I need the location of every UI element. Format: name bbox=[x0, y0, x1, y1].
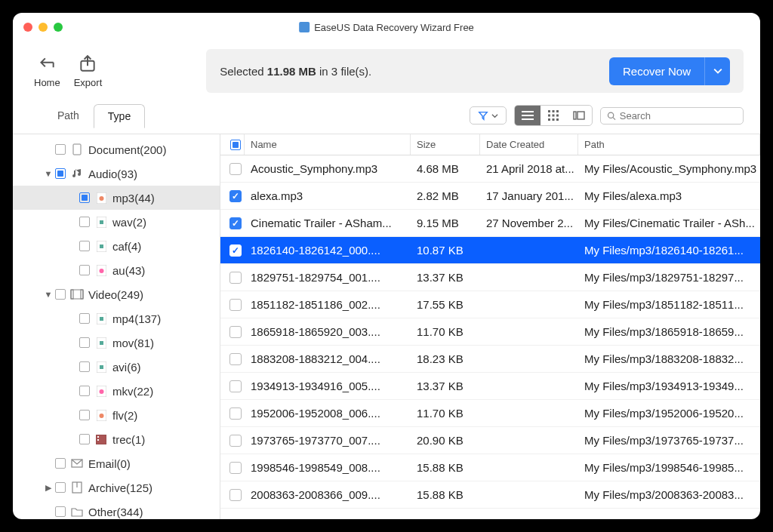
svg-point-35 bbox=[99, 389, 103, 394]
tree-checkbox[interactable] bbox=[55, 144, 66, 155]
sidebar-item[interactable]: wav(2) bbox=[13, 210, 220, 234]
row-checkbox[interactable] bbox=[229, 462, 242, 474]
sidebar-item[interactable]: mkv(22) bbox=[13, 379, 220, 403]
sidebar-item[interactable]: au(43) bbox=[13, 258, 220, 282]
sidebar-item[interactable]: mp3(44) bbox=[13, 186, 220, 210]
svg-rect-13 bbox=[574, 112, 576, 119]
sidebar-item[interactable]: avi(6) bbox=[13, 355, 220, 379]
table-row[interactable]: 1829751-1829754_001....13.37 KBMy Files/… bbox=[220, 264, 760, 291]
view-list-button[interactable] bbox=[515, 106, 540, 125]
disclosure-arrow-icon[interactable]: ▼ bbox=[43, 169, 54, 178]
home-button[interactable]: Home bbox=[34, 54, 60, 88]
file-name: 1952006-1952008_006.... bbox=[245, 407, 411, 420]
tab-type[interactable]: Type bbox=[94, 104, 145, 128]
search-box[interactable] bbox=[600, 107, 744, 125]
export-button[interactable]: Export bbox=[74, 54, 103, 88]
sidebar-item[interactable]: Email(0) bbox=[13, 451, 220, 475]
view-grid-button[interactable] bbox=[540, 106, 566, 125]
sidebar-item[interactable]: Document(200) bbox=[13, 137, 220, 161]
svg-rect-5 bbox=[553, 110, 555, 112]
file-path: My Files/mp3/1934913-19349... bbox=[578, 380, 760, 392]
tree-checkbox[interactable] bbox=[79, 265, 90, 275]
svg-rect-11 bbox=[553, 118, 555, 121]
tree-label: mov(81) bbox=[112, 337, 154, 349]
column-date[interactable]: Date Created bbox=[480, 134, 578, 155]
table-row[interactable]: 1934913-1934916_005....13.37 KBMy Files/… bbox=[220, 373, 760, 400]
window-close-button[interactable] bbox=[23, 23, 32, 32]
sidebar-item[interactable]: ▶Archive(125) bbox=[13, 475, 220, 500]
tree-checkbox[interactable] bbox=[79, 241, 90, 251]
tree-checkbox[interactable] bbox=[79, 434, 90, 444]
tree-checkbox[interactable] bbox=[79, 361, 90, 372]
row-checkbox[interactable] bbox=[229, 326, 242, 338]
file-path: My Files/mp3/1998546-19985... bbox=[578, 461, 760, 474]
row-checkbox[interactable] bbox=[229, 272, 242, 284]
table-row[interactable]: 1973765-1973770_007....20.90 KBMy Files/… bbox=[220, 427, 760, 454]
table-row[interactable]: Acoustic_Symphony.mp34.68 MB21 April 201… bbox=[220, 155, 760, 183]
sidebar-item[interactable]: caf(4) bbox=[13, 234, 220, 258]
sidebar-tree[interactable]: Document(200)▼Audio(93)mp3(44)wav(2)caf(… bbox=[13, 134, 220, 519]
tree-checkbox[interactable] bbox=[55, 506, 66, 517]
row-checkbox[interactable] bbox=[229, 244, 242, 257]
table-row[interactable]: alexa.mp32.82 MB17 January 201...My File… bbox=[220, 183, 760, 210]
column-name[interactable]: Name bbox=[245, 134, 411, 155]
table-row[interactable]: 1851182-1851186_002....17.55 KBMy Files/… bbox=[220, 291, 760, 318]
search-input[interactable] bbox=[620, 110, 737, 121]
tree-checkbox[interactable] bbox=[79, 313, 90, 324]
tree-checkbox[interactable] bbox=[79, 337, 90, 348]
file-list[interactable]: Acoustic_Symphony.mp34.68 MB21 April 201… bbox=[220, 155, 760, 519]
tree-checkbox[interactable] bbox=[79, 217, 90, 227]
sidebar-item[interactable]: Other(344) bbox=[13, 500, 220, 519]
tab-path[interactable]: Path bbox=[43, 103, 94, 128]
tree-checkbox[interactable] bbox=[55, 458, 66, 469]
filter-button[interactable] bbox=[470, 106, 507, 125]
table-row[interactable]: Cinematic Trailer - ASham...9.15 MB27 No… bbox=[220, 210, 760, 237]
window-maximize-button[interactable] bbox=[54, 23, 63, 32]
recover-now-button[interactable]: Recover Now bbox=[609, 57, 704, 85]
sidebar-item[interactable]: flv(2) bbox=[13, 403, 220, 427]
table-row[interactable]: 1883208-1883212_004....18.23 KBMy Files/… bbox=[220, 346, 760, 373]
tree-checkbox[interactable] bbox=[79, 410, 90, 420]
select-all-checkbox[interactable] bbox=[230, 140, 241, 150]
tree-label: Video(249) bbox=[88, 288, 143, 301]
table-row[interactable]: 1865918-1865920_003....11.70 KBMy Files/… bbox=[220, 318, 760, 346]
disclosure-arrow-icon[interactable]: ▶ bbox=[43, 483, 54, 493]
file-size: 11.70 KB bbox=[411, 407, 480, 420]
sidebar-item[interactable]: mov(81) bbox=[13, 331, 220, 355]
back-arrow-icon bbox=[36, 54, 57, 74]
table-row[interactable]: 1826140-1826142_000....10.87 KBMy Files/… bbox=[220, 237, 760, 264]
table-header: Name Size Date Created Path bbox=[220, 134, 760, 155]
view-preview-button[interactable] bbox=[566, 106, 592, 125]
row-checkbox[interactable] bbox=[229, 435, 242, 447]
tree-checkbox[interactable] bbox=[79, 192, 90, 203]
window-minimize-button[interactable] bbox=[38, 23, 48, 32]
table-row[interactable]: 1998546-1998549_008....15.88 KBMy Files/… bbox=[220, 454, 760, 481]
column-size[interactable]: Size bbox=[411, 134, 480, 155]
row-checkbox[interactable] bbox=[229, 489, 242, 501]
tree-label: trec(1) bbox=[112, 433, 145, 446]
tree-checkbox[interactable] bbox=[55, 168, 66, 179]
tree-checkbox[interactable] bbox=[79, 386, 90, 396]
row-checkbox[interactable] bbox=[229, 299, 242, 311]
view-tabs: Path Type bbox=[43, 103, 145, 128]
tree-checkbox[interactable] bbox=[55, 482, 66, 493]
column-path[interactable]: Path bbox=[578, 134, 760, 155]
row-checkbox[interactable] bbox=[229, 163, 242, 175]
file-b-icon bbox=[94, 312, 108, 324]
tree-label: wav(2) bbox=[112, 216, 146, 229]
row-checkbox[interactable] bbox=[229, 380, 242, 392]
row-checkbox[interactable] bbox=[229, 190, 242, 202]
recover-dropdown-button[interactable] bbox=[704, 57, 730, 85]
sidebar-item[interactable]: ▼Video(249) bbox=[13, 282, 220, 306]
disclosure-arrow-icon[interactable]: ▼ bbox=[43, 290, 54, 299]
sidebar-item[interactable]: mp4(137) bbox=[13, 306, 220, 331]
selection-status: Selected 11.98 MB in 3 file(s). bbox=[220, 65, 371, 78]
tree-checkbox[interactable] bbox=[55, 289, 66, 300]
row-checkbox[interactable] bbox=[229, 407, 242, 420]
sidebar-item[interactable]: ▼Audio(93) bbox=[13, 161, 220, 186]
row-checkbox[interactable] bbox=[229, 217, 242, 229]
row-checkbox[interactable] bbox=[229, 353, 242, 365]
table-row[interactable]: 2008363-2008366_009....15.88 KBMy Files/… bbox=[220, 481, 760, 509]
table-row[interactable]: 1952006-1952008_006....11.70 KBMy Files/… bbox=[220, 400, 760, 427]
sidebar-item[interactable]: trec(1) bbox=[13, 427, 220, 451]
